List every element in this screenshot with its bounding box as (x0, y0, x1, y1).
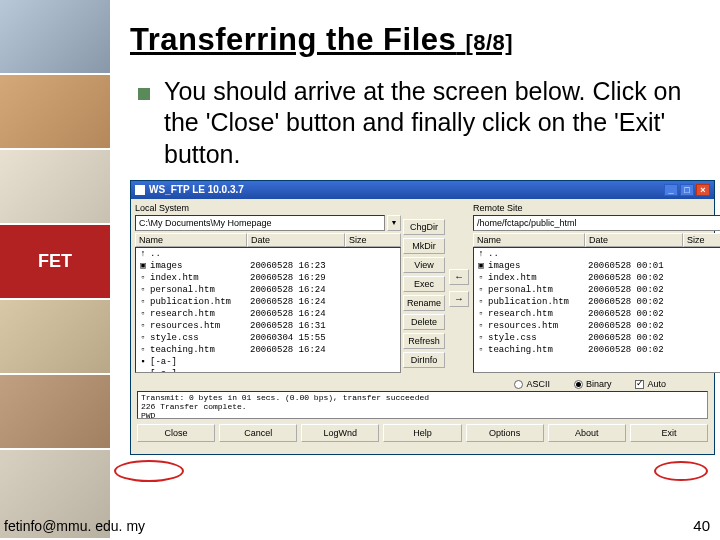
rename-button[interactable]: Rename (403, 295, 445, 311)
file-row[interactable]: ▫resources.htm20060528 16:31 (136, 320, 400, 332)
mkdir-button[interactable]: MkDir (403, 238, 445, 254)
sidebar-photo (0, 75, 110, 150)
sidebar-photo (0, 0, 110, 75)
highlight-circle-close (114, 460, 184, 482)
file-row[interactable]: ▫index.htm20060528 16:29 (136, 272, 400, 284)
col-size[interactable]: Size (683, 233, 720, 247)
sidebar-photo-fet: FET (0, 225, 110, 300)
dirinfo-button[interactable]: DirInfo (403, 352, 445, 368)
footer-email: fetinfo@mmu. edu. my (4, 518, 145, 534)
file-row[interactable]: ▫style.css20060528 00:02 (474, 332, 720, 344)
file-row[interactable]: ▫style.css20060304 15:55 (136, 332, 400, 344)
file-row[interactable]: ▫teaching.htm20060528 16:24 (136, 344, 400, 356)
file-row[interactable]: ▣images20060528 16:23 (136, 260, 400, 272)
ascii-label: ASCII (526, 379, 550, 389)
local-file-list[interactable]: ↑..▣images20060528 16:23▫index.htm200605… (135, 247, 401, 373)
dropdown-icon[interactable]: ▼ (387, 215, 401, 231)
exit-button[interactable]: Exit (630, 424, 708, 442)
page-number: 40 (693, 517, 710, 534)
slide-title: Transferring the Files [8/8] (130, 22, 702, 58)
file-row[interactable]: ▫research.htm20060528 16:24 (136, 308, 400, 320)
status-line: Transmit: 0 bytes in 01 secs. (0.00 bps)… (141, 393, 704, 402)
local-panel: Local System C:\My Documents\My Homepage… (135, 203, 401, 373)
file-row[interactable]: ▫resources.htm20060528 00:02 (474, 320, 720, 332)
close-button[interactable]: Close (137, 424, 215, 442)
body-text: You should arrive at the screen below. C… (164, 76, 702, 170)
col-name[interactable]: Name (473, 233, 585, 247)
window-close-button[interactable]: × (696, 184, 710, 196)
transfer-left-button[interactable]: ← (449, 269, 469, 285)
delete-button[interactable]: Delete (403, 314, 445, 330)
status-log: Transmit: 0 bytes in 01 secs. (0.00 bps)… (137, 391, 708, 419)
file-row[interactable]: ▫publication.htm20060528 00:02 (474, 296, 720, 308)
binary-label: Binary (586, 379, 612, 389)
file-row[interactable]: ▫index.htm20060528 00:02 (474, 272, 720, 284)
col-date[interactable]: Date (585, 233, 683, 247)
auto-checkbox[interactable] (635, 380, 644, 389)
status-line: 226 Transfer complete. (141, 402, 704, 411)
remote-panel: Remote Site /home/fctapc/public_html ▼ N… (473, 203, 720, 373)
col-name[interactable]: Name (135, 233, 247, 247)
ascii-radio[interactable] (514, 380, 523, 389)
photo-sidebar: FET (0, 0, 110, 540)
titlebar: WS_FTP LE 10.0.3.7 _ □ × (131, 181, 714, 199)
logwnd-button[interactable]: LogWnd (301, 424, 379, 442)
remote-path-input[interactable]: /home/fctapc/public_html (473, 215, 720, 231)
ftp-window: WS_FTP LE 10.0.3.7 _ □ × Local System C:… (130, 180, 715, 455)
status-line: PWD (141, 411, 704, 420)
transfer-mode-row: ASCII Binary Auto (131, 377, 714, 391)
bullet-icon (138, 88, 150, 100)
cancel-button[interactable]: Cancel (219, 424, 297, 442)
transfer-right-button[interactable]: → (449, 291, 469, 307)
file-row[interactable]: ▫research.htm20060528 00:02 (474, 308, 720, 320)
slide-content: Transferring the Files [8/8] You should … (115, 0, 720, 540)
file-row[interactable]: ▫teaching.htm20060528 00:02 (474, 344, 720, 356)
about-button[interactable]: About (548, 424, 626, 442)
maximize-button[interactable]: □ (680, 184, 694, 196)
minimize-button[interactable]: _ (664, 184, 678, 196)
highlight-circle-exit (654, 461, 708, 481)
app-icon (135, 185, 145, 195)
refresh-button[interactable]: Refresh (403, 333, 445, 349)
file-row[interactable]: ↑.. (136, 248, 400, 260)
sidebar-photo (0, 300, 110, 375)
col-size[interactable]: Size (345, 233, 401, 247)
binary-radio[interactable] (574, 380, 583, 389)
exec-button[interactable]: Exec (403, 276, 445, 292)
file-row[interactable]: ▪[-c-] (136, 368, 400, 373)
file-row[interactable]: ▫publication.htm20060528 16:24 (136, 296, 400, 308)
view-button[interactable]: View (403, 257, 445, 273)
remote-label: Remote Site (473, 203, 720, 213)
local-path-input[interactable]: C:\My Documents\My Homepage (135, 215, 385, 231)
sidebar-photo (0, 375, 110, 450)
bullet-row: You should arrive at the screen below. C… (130, 76, 702, 170)
remote-file-list[interactable]: ↑..▣images20060528 00:01▫index.htm200605… (473, 247, 720, 373)
sidebar-photo (0, 150, 110, 225)
chgdir-button[interactable]: ChgDir (403, 219, 445, 235)
auto-label: Auto (647, 379, 666, 389)
fet-logo-text: FET (38, 251, 72, 272)
file-row[interactable]: ↑.. (474, 248, 720, 260)
file-row[interactable]: ▣images20060528 00:01 (474, 260, 720, 272)
options-button[interactable]: Options (466, 424, 544, 442)
title-counter: [8/8] (465, 30, 513, 55)
file-row[interactable]: ▪[-a-] (136, 356, 400, 368)
window-title: WS_FTP LE 10.0.3.7 (149, 184, 244, 195)
file-row[interactable]: ▫personal.htm20060528 00:02 (474, 284, 720, 296)
col-date[interactable]: Date (247, 233, 345, 247)
title-main: Transferring the Files (130, 22, 456, 57)
file-row[interactable]: ▫personal.htm20060528 16:24 (136, 284, 400, 296)
help-button[interactable]: Help (383, 424, 461, 442)
local-label: Local System (135, 203, 401, 213)
